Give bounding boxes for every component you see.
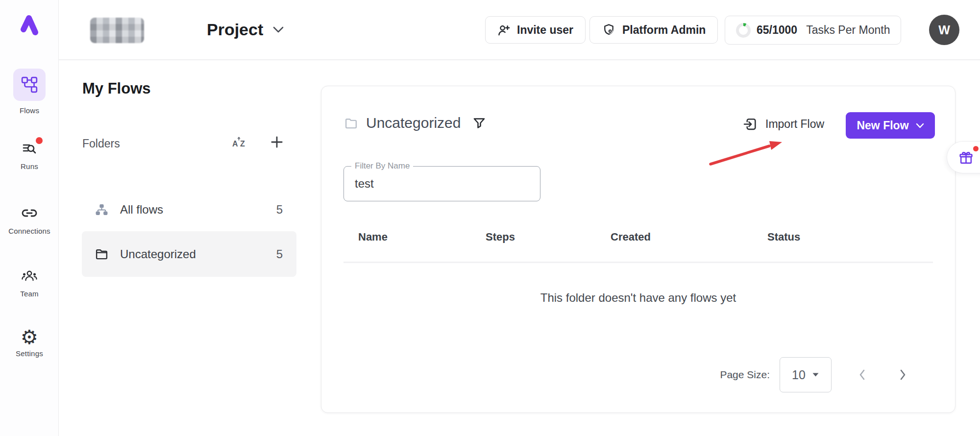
project-title: Project — [207, 20, 263, 39]
new-flow-label: New Flow — [857, 119, 908, 132]
app-logo[interactable] — [0, 12, 59, 39]
page-title: My Flows — [82, 80, 151, 97]
folder-name: Uncategorized — [120, 247, 196, 261]
tasks-usage-value: 65/1000 — [757, 24, 797, 37]
plus-icon — [270, 135, 284, 149]
flows-icon — [21, 76, 38, 94]
invite-user-button[interactable]: Invite user — [485, 16, 586, 44]
hierarchy-icon — [95, 203, 108, 217]
sidebar-item-label: Team — [20, 290, 38, 298]
table-header-divider — [343, 262, 933, 263]
caret-down-icon — [812, 372, 819, 377]
filter-by-name-input[interactable] — [344, 167, 540, 201]
sidebar-item-settings[interactable]: ⚙︎ Settings — [0, 327, 59, 358]
user-plus-icon — [497, 24, 511, 37]
folder-name: All flows — [120, 203, 163, 217]
new-flow-button[interactable]: New Flow — [846, 112, 935, 139]
team-icon — [21, 267, 38, 284]
sidebar-item-flows[interactable]: Flows — [0, 69, 59, 115]
previous-page-button[interactable] — [858, 368, 866, 382]
folder-item-all-flows[interactable]: All flows 5 — [82, 195, 296, 224]
filter-toggle-button[interactable] — [473, 117, 486, 129]
folder-outline-icon — [344, 117, 358, 130]
import-flow-label: Import Flow — [765, 118, 824, 131]
current-folder-title: Uncategorized — [366, 115, 461, 131]
gear-icon: ⚙︎ — [21, 327, 38, 347]
activepieces-logo-icon — [17, 12, 42, 39]
project-switcher[interactable]: Project — [148, 0, 284, 59]
column-header-created: Created — [611, 231, 651, 243]
topbar: Project Invite user Platform Admin 65/10… — [59, 0, 980, 60]
chevron-down-icon — [273, 26, 284, 33]
chevron-down-icon — [916, 123, 924, 128]
sidebar-item-label: Flows — [20, 106, 39, 115]
page-size-value: 10 — [792, 368, 806, 382]
flows-active-pill — [13, 69, 46, 101]
folder-count: 5 — [276, 247, 283, 261]
tasks-usage-button[interactable]: 65/1000 Tasks Per Month — [725, 16, 901, 45]
filter-field-label: Filter By Name — [351, 161, 413, 171]
folder-icon — [95, 247, 108, 261]
flows-card: Uncategorized Import Flow New Flow Filte… — [321, 86, 956, 413]
page-size-label: Page Size: — [720, 369, 770, 381]
folder-count: 5 — [276, 203, 283, 217]
link-icon — [21, 205, 38, 221]
import-icon — [743, 117, 758, 132]
platform-admin-button[interactable]: Platform Admin — [589, 16, 718, 44]
censored-project-name — [90, 18, 144, 43]
filter-by-name-field: Filter By Name — [343, 166, 540, 201]
sort-az-icon: A Z — [232, 136, 247, 149]
gift-icon — [958, 150, 974, 165]
avatar-initial: W — [938, 23, 950, 37]
avatar[interactable]: W — [929, 15, 959, 45]
runs-notification-dot — [36, 137, 43, 144]
svg-text:A: A — [232, 140, 238, 148]
invite-user-label: Invite user — [517, 24, 573, 37]
pagination: Page Size: 10 — [720, 357, 907, 393]
page-size-select[interactable]: 10 — [780, 357, 832, 392]
tasks-usage-caption: Tasks Per Month — [806, 24, 890, 37]
column-header-status: Status — [767, 231, 800, 243]
chevron-left-icon — [858, 368, 866, 382]
import-flow-button[interactable]: Import Flow — [743, 117, 824, 132]
svg-text:Z: Z — [240, 140, 245, 148]
platform-admin-label: Platform Admin — [622, 24, 706, 37]
sidebar-item-label: Runs — [21, 162, 38, 170]
tasks-progress-ring — [736, 23, 751, 38]
add-folder-button[interactable] — [270, 135, 284, 149]
sidebar-item-label: Connections — [8, 227, 50, 235]
whats-new-tab[interactable] — [947, 141, 980, 173]
next-page-button[interactable] — [899, 368, 907, 382]
empty-state-message: This folder doesn't have any flows yet — [321, 291, 955, 305]
sidebar-item-label: Settings — [16, 349, 43, 358]
gift-notification-dot — [973, 146, 979, 151]
column-header-steps: Steps — [486, 231, 515, 243]
funnel-icon — [473, 117, 486, 129]
column-header-name: Name — [358, 231, 388, 243]
sidebar-item-team[interactable]: Team — [0, 267, 59, 298]
sidebar-rail: Flows Runs Connections — [0, 0, 59, 436]
chevron-right-icon — [899, 368, 907, 382]
folder-item-uncategorized[interactable]: Uncategorized 5 — [82, 231, 296, 277]
sort-az-button[interactable]: A Z — [232, 136, 247, 149]
folders-section-label: Folders — [82, 137, 120, 150]
folders-header: Folders A Z — [82, 137, 296, 150]
sidebar-item-runs[interactable]: Runs — [0, 141, 59, 170]
shield-icon — [602, 23, 616, 37]
runs-icon — [21, 141, 38, 157]
sidebar-item-connections[interactable]: Connections — [0, 205, 59, 235]
